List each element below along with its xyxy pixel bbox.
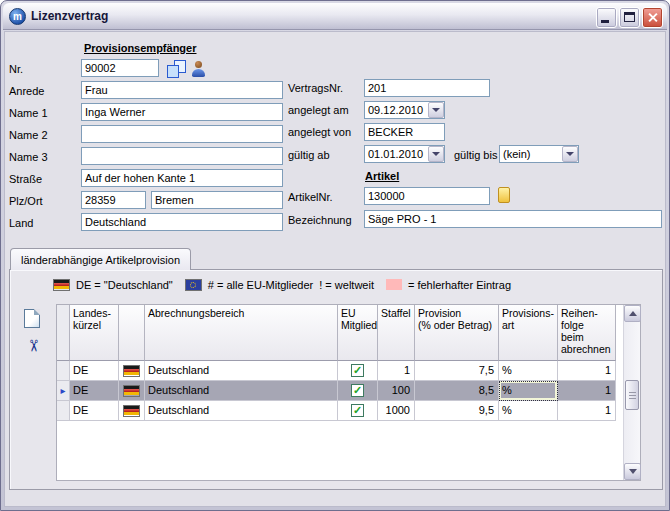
arrow-down-icon (629, 469, 637, 474)
cell-reihenfolge[interactable]: 1 (558, 361, 616, 381)
gueltig-ab-select[interactable]: 01.01.2010 (364, 145, 445, 163)
legend-eu-text: # = alle EU-Mitglieder (208, 279, 313, 291)
cell-landeskuerzel[interactable]: DE (70, 361, 119, 381)
table-row[interactable]: ▸ DE Deutschland 100 8,5 % 1 (57, 381, 616, 401)
cell-reihenfolge[interactable]: 1 (558, 381, 616, 401)
cell-staffel[interactable]: 1000 (378, 401, 415, 421)
angelegt-von-field[interactable] (364, 123, 445, 141)
row-indicator: ▸ (57, 361, 70, 381)
table-row[interactable]: ▸ DE Deutschland 1000 9,5 % 1 (57, 401, 616, 421)
chevron-down-icon[interactable] (562, 146, 578, 162)
cell-flag (119, 381, 145, 401)
angelegt-am-label: angelegt am (288, 104, 349, 116)
scroll-down-button[interactable] (624, 463, 641, 480)
header-flag[interactable] (119, 305, 145, 361)
cell-reihenfolge[interactable]: 1 (558, 401, 616, 421)
checkbox-checked-icon[interactable] (351, 384, 364, 397)
cell-provision[interactable]: 7,5 (415, 361, 499, 381)
gueltig-bis-value: (kein) (500, 148, 562, 160)
app-icon: m (9, 8, 26, 25)
cell-landeskuerzel[interactable]: DE (70, 401, 119, 421)
header-provision[interactable]: Provision (% oder Betrag) (415, 305, 499, 361)
legend-de-text: DE = "Deutschland" (76, 279, 173, 291)
vertragsnr-field[interactable] (364, 79, 490, 97)
artikelnr-label: ArtikelNr. (288, 191, 333, 203)
name3-label: Name 3 (9, 151, 48, 163)
checkbox-checked-icon[interactable] (351, 364, 364, 377)
name1-field[interactable] (81, 103, 283, 121)
table-header-row: Landes- kürzel Abrechnungsbereich EU Mit… (57, 305, 616, 361)
minimize-button[interactable] (596, 7, 617, 28)
cell-abrechnungsbereich[interactable]: Deutschland (145, 401, 338, 421)
minimize-icon (601, 20, 609, 23)
gueltig-bis-select[interactable]: (kein) (499, 145, 579, 163)
header-provisionsart[interactable]: Provisions- art (499, 305, 558, 361)
anrede-field[interactable] (81, 81, 283, 99)
grip-icon (629, 392, 636, 399)
new-record-icon[interactable] (24, 309, 40, 328)
header-eu-mitglied[interactable]: EU Mitglied (338, 305, 378, 361)
cell-staffel[interactable]: 1 (378, 361, 415, 381)
plzort-label: Plz/Ort (9, 195, 43, 207)
tab-label: länderabhängige Artikelprovision (21, 254, 180, 266)
angelegt-von-label: angelegt von (288, 126, 351, 138)
gueltig-bis-label: gültig bis (454, 149, 497, 161)
titlebar[interactable]: m Lizenzvertrag (3, 3, 667, 30)
window-title: Lizenzvertrag (31, 9, 108, 23)
ort-field[interactable] (151, 191, 283, 209)
person-icon[interactable] (191, 61, 206, 77)
error-swatch (386, 279, 402, 290)
cell-eu-mitglied[interactable] (338, 401, 378, 421)
cell-provision[interactable]: 9,5 (415, 401, 499, 421)
row-indicator: ▸ (57, 381, 70, 401)
scrollbar-thumb[interactable] (625, 380, 639, 410)
germany-flag-icon (123, 385, 140, 397)
strasse-field[interactable] (81, 169, 283, 187)
gueltig-ab-value: 01.01.2010 (365, 148, 428, 160)
plz-field[interactable] (81, 191, 146, 209)
cell-eu-mitglied[interactable] (338, 381, 378, 401)
cell-flag (119, 361, 145, 381)
tab-laenderabhaengige-artikelprovision[interactable]: länderabhängige Artikelprovision (10, 248, 191, 270)
nr-field[interactable] (81, 59, 159, 77)
table-body: ▸ DE Deutschland 1 7,5 % 1 ▸ DE Deutschl… (57, 361, 616, 421)
header-reihenfolge[interactable]: Reihen- folge beim abrechnen (558, 305, 616, 361)
header-staffel[interactable]: Staffel (378, 305, 415, 361)
name3-field[interactable] (81, 147, 283, 165)
land-field[interactable] (81, 213, 283, 231)
nr-label: Nr. (9, 63, 23, 75)
land-label: Land (9, 217, 33, 229)
cell-provisionsart[interactable]: % (499, 381, 558, 401)
name2-field[interactable] (81, 125, 283, 143)
scroll-up-button[interactable] (624, 305, 641, 322)
angelegt-am-value: 09.12.2010 (365, 104, 428, 116)
chevron-down-icon[interactable] (428, 102, 444, 118)
cell-landeskuerzel[interactable]: DE (70, 381, 119, 401)
name2-label: Name 2 (9, 129, 48, 141)
bezeichnung-field[interactable] (364, 210, 662, 228)
arrow-up-icon (629, 311, 637, 316)
checkbox-checked-icon[interactable] (351, 404, 364, 417)
table-row[interactable]: ▸ DE Deutschland 1 7,5 % 1 (57, 361, 616, 381)
current-row-arrow-icon: ▸ (60, 385, 65, 396)
vertical-scrollbar[interactable] (623, 305, 640, 480)
cell-provision[interactable]: 8,5 (415, 381, 499, 401)
copy-icon[interactable] (167, 60, 186, 78)
cut-icon[interactable] (26, 337, 44, 355)
close-button[interactable] (642, 7, 663, 28)
name1-label: Name 1 (9, 107, 48, 119)
cell-provisionsart[interactable]: % (499, 401, 558, 421)
cell-eu-mitglied[interactable] (338, 361, 378, 381)
angelegt-am-select[interactable]: 09.12.2010 (364, 101, 445, 119)
header-landeskuerzel[interactable]: Landes- kürzel (70, 305, 119, 361)
cell-staffel[interactable]: 100 (378, 381, 415, 401)
vertragsnr-label: VertragsNr. (288, 82, 343, 94)
maximize-button[interactable] (619, 7, 640, 28)
cell-abrechnungsbereich[interactable]: Deutschland (145, 361, 338, 381)
cell-provisionsart[interactable]: % (499, 361, 558, 381)
note-icon[interactable] (498, 187, 510, 203)
cell-abrechnungsbereich[interactable]: Deutschland (145, 381, 338, 401)
header-abrechnungsbereich[interactable]: Abrechnungsbereich (145, 305, 338, 361)
artikelnr-field[interactable] (364, 187, 490, 205)
chevron-down-icon[interactable] (428, 146, 444, 162)
